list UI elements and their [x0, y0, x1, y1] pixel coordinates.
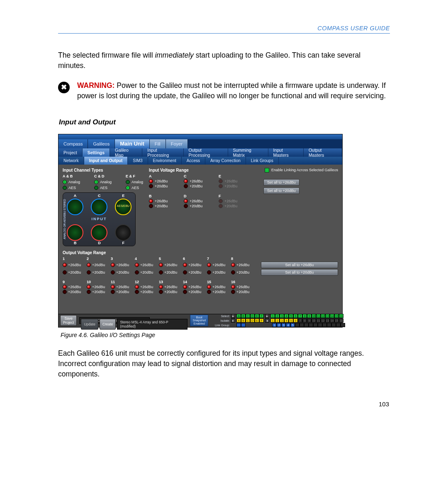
- cluster-num-15[interactable]: 15: [334, 318, 339, 323]
- subtab2-network[interactable]: Network: [58, 157, 84, 165]
- tab-main-unit[interactable]: Main Unit: [115, 139, 150, 148]
- cluster-num-2[interactable]: 2: [275, 318, 280, 323]
- create-button[interactable]: Create: [100, 319, 116, 330]
- linkgroup-num-3[interactable]: 3: [281, 323, 286, 327]
- subtab-summing-matrix[interactable]: Summing Matrix: [228, 148, 268, 157]
- ovr-radio-8-+20dbu[interactable]: +20dBu: [231, 269, 255, 276]
- ovr-radio-7-+20dbu[interactable]: +20dBu: [207, 269, 231, 276]
- ovr-radio-16-+26dbu[interactable]: +26dBu: [231, 285, 255, 289]
- cluster-num-16[interactable]: 16: [339, 314, 343, 318]
- ivr-radio-d-+20dbu[interactable]: +20dBu: [184, 204, 219, 208]
- cluster-letter-b[interactable]: B: [241, 314, 246, 318]
- cluster-num-2[interactable]: 2: [275, 314, 280, 318]
- tab-galileos[interactable]: Galileos: [88, 139, 115, 148]
- ict-radio-ab-analog[interactable]: Analog: [63, 180, 80, 184]
- enable-linking-checkbox[interactable]: [265, 168, 269, 172]
- linkgroup-blk[interactable]: [241, 323, 246, 327]
- ovr-setall-20[interactable]: Set all to +20dBu: [261, 269, 338, 276]
- cluster-num-1[interactable]: 1: [270, 314, 275, 318]
- ict-radio-cd-analog[interactable]: Analog: [94, 180, 112, 184]
- cluster-letter-d[interactable]: D: [250, 314, 255, 318]
- tab-compass[interactable]: Compass: [58, 139, 88, 148]
- subtab-output-processing[interactable]: Output Processing: [184, 148, 228, 157]
- cluster-num-13[interactable]: 13: [325, 314, 330, 318]
- ovr-radio-4-+20dbu[interactable]: +20dBu: [135, 269, 159, 276]
- enable-linking[interactable]: Enable Linking Across Selected Galileos: [265, 168, 338, 172]
- cluster-num-7[interactable]: 7: [298, 318, 302, 323]
- ovr-radio-11-+20dbu[interactable]: +20dBu: [111, 290, 135, 294]
- subtab-project[interactable]: Project: [58, 148, 83, 157]
- cluster-num-11[interactable]: 11: [316, 318, 321, 323]
- ovr-radio-9-+20dbu[interactable]: +20dBu: [63, 290, 87, 294]
- linkgroup-num-12[interactable]: [322, 323, 327, 327]
- ovr-radio-4-+26dbu[interactable]: +26dBu: [135, 262, 159, 268]
- cluster-num-10[interactable]: 10: [312, 318, 316, 323]
- linkgroup-num-2[interactable]: 2: [277, 323, 281, 327]
- update-button[interactable]: Update: [81, 319, 98, 330]
- arrow-icon[interactable]: ▸: [231, 314, 235, 318]
- cluster-num-16[interactable]: 16: [339, 318, 343, 323]
- linkgroup-num-11[interactable]: [318, 323, 322, 327]
- cluster-num-9[interactable]: 9: [307, 318, 312, 323]
- cluster-letter-c[interactable]: C: [246, 318, 250, 323]
- subtab-output-masters[interactable]: Output Masters: [304, 148, 342, 157]
- linkgroup-num-6[interactable]: [295, 323, 299, 327]
- ovr-radio-8-+26dbu[interactable]: +26dBu: [231, 262, 255, 268]
- linkgroup-num-10[interactable]: [313, 323, 318, 327]
- linkgroup-num-7[interactable]: [299, 323, 304, 327]
- tab-fill[interactable]: Fill: [150, 139, 166, 148]
- cluster-num-8[interactable]: 8: [302, 318, 307, 323]
- ovr-radio-11-+26dbu[interactable]: +26dBu: [111, 285, 135, 289]
- ict-radio-ab-aes[interactable]: AES: [63, 186, 80, 190]
- ivr-radio-c-+26dbu[interactable]: +26dBu: [184, 179, 219, 183]
- cluster-num-12[interactable]: 12: [321, 314, 325, 318]
- cluster-num-10[interactable]: 10: [312, 314, 316, 318]
- cluster-num-12[interactable]: 12: [321, 318, 325, 323]
- ivr-radio-c-+20dbu[interactable]: +20dBu: [184, 184, 219, 188]
- ovr-radio-6-+20dbu[interactable]: +20dBu: [183, 269, 207, 276]
- linkgroup-num-1[interactable]: 1: [272, 323, 277, 327]
- cluster-num-9[interactable]: 9: [307, 314, 312, 318]
- ovr-radio-16-+20dbu[interactable]: +20dBu: [231, 290, 255, 294]
- ovr-radio-5-+20dbu[interactable]: +20dBu: [159, 269, 183, 276]
- ivr-setall-20[interactable]: Set all to +20dBu: [263, 187, 299, 194]
- cluster-num-6[interactable]: 6: [293, 318, 298, 323]
- subtab2-array-correction[interactable]: Array Correction: [205, 157, 246, 165]
- ivr-radio-b-+26dbu[interactable]: +26dBu: [149, 199, 184, 203]
- subtab-galileo-map[interactable]: Galileo Map: [110, 148, 142, 157]
- ovr-radio-15-+26dbu[interactable]: +26dBu: [207, 285, 231, 289]
- ovr-radio-1-+20dbu[interactable]: +20dBu: [63, 269, 87, 276]
- cluster-num-11[interactable]: 11: [316, 314, 321, 318]
- linkgroup-num-8[interactable]: [304, 323, 309, 327]
- ovr-radio-5-+26dbu[interactable]: +26dBu: [159, 262, 183, 268]
- linkgroup-num-5[interactable]: 5: [290, 323, 295, 327]
- ivr-setall-26[interactable]: Set all to +26dBu: [263, 179, 299, 186]
- cluster-num-14[interactable]: 14: [330, 314, 334, 318]
- ict-radio-cd-aes[interactable]: AES: [94, 186, 112, 190]
- cluster-num-6[interactable]: 6: [293, 314, 298, 318]
- ovr-setall-26[interactable]: Set all to +26dBu: [261, 262, 338, 268]
- linkgroup-num-15[interactable]: [336, 323, 341, 327]
- arrow-icon[interactable]: ◂: [265, 318, 269, 323]
- cluster-num-3[interactable]: 3: [280, 314, 284, 318]
- cluster-num-4[interactable]: 4: [284, 314, 289, 318]
- linkgroup-blk[interactable]: [236, 323, 241, 327]
- subtab2-input-and-output[interactable]: Input and Output: [84, 157, 128, 165]
- cluster-letter-a[interactable]: A: [236, 314, 241, 318]
- arrow-icon[interactable]: ▸: [265, 314, 269, 318]
- ict-radio-ef-analog[interactable]: Analog: [126, 180, 143, 184]
- linkgroup-num-4[interactable]: 4: [286, 323, 290, 327]
- ovr-radio-13-+26dbu[interactable]: +26dBu: [159, 285, 183, 289]
- ovr-radio-2-+26dbu[interactable]: +26dBu: [87, 262, 111, 268]
- subtab-settings[interactable]: Settings: [83, 148, 110, 157]
- cluster-num-7[interactable]: 7: [298, 314, 302, 318]
- ovr-radio-13-+20dbu[interactable]: +20dBu: [159, 290, 183, 294]
- ovr-radio-7-+26dbu[interactable]: +26dBu: [207, 262, 231, 268]
- cluster-num-8[interactable]: 8: [302, 314, 307, 318]
- cluster-num-14[interactable]: 14: [330, 318, 334, 323]
- ovr-radio-6-+26dbu[interactable]: +26dBu: [183, 262, 207, 268]
- cluster-num-4[interactable]: 4: [284, 318, 289, 323]
- linkgroup-num-13[interactable]: [327, 323, 331, 327]
- tab-foyer[interactable]: Foyer: [166, 139, 188, 148]
- ovr-radio-3-+20dbu[interactable]: +20dBu: [111, 269, 135, 276]
